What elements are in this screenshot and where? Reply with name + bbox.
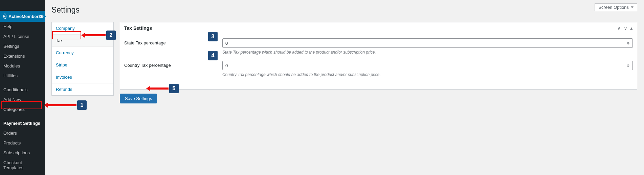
arrow-5 <box>150 88 169 90</box>
state-tax-label: State Tax percentage <box>124 38 222 45</box>
country-tax-help: Country Tax percentage which should be a… <box>222 72 633 77</box>
brand-logo-icon: ∧ <box>3 14 6 19</box>
sidebar-item-settings[interactable]: Settings <box>0 41 45 51</box>
sidebar-item-conditionals[interactable]: Conditionals <box>0 85 45 95</box>
active-marker-icon <box>44 14 46 18</box>
screen-options-button[interactable]: Screen Options <box>595 3 637 11</box>
stepper-down-icon[interactable] <box>627 66 629 67</box>
panel-header: Tax Settings ∧ ∨ ▴ <box>120 22 637 34</box>
main-content: Settings Screen Options Company Tax Curr… <box>45 0 644 107</box>
panel-controls: ∧ ∨ ▴ <box>617 25 633 31</box>
screen-options-label: Screen Options <box>598 5 629 10</box>
sidebar-spacer <box>0 0 45 11</box>
state-tax-help: State Tax percentage which should be add… <box>222 50 633 55</box>
callout-4: 4 <box>208 51 218 60</box>
number-stepper[interactable] <box>627 62 631 69</box>
callout-3: 3 <box>208 32 218 41</box>
state-tax-input[interactable] <box>222 38 633 48</box>
state-tax-field: State Tax percentage which should be add… <box>222 38 633 55</box>
sidebar-brand[interactable]: ∧ ActiveMember360 <box>0 11 45 22</box>
panel-title: Tax Settings <box>124 25 617 31</box>
tab-invoices[interactable]: Invoices <box>52 71 113 83</box>
callout-5: 5 <box>169 84 179 93</box>
sidebar-item-modules[interactable]: Modules <box>0 61 45 71</box>
stepper-up-icon[interactable] <box>627 64 629 65</box>
state-tax-row: State Tax percentage State Tax percentag… <box>124 38 633 55</box>
settings-panel: Tax Settings ∧ ∨ ▴ State Tax percentage <box>120 22 637 103</box>
arrow-1 <box>47 104 76 106</box>
sidebar-item-utilities[interactable]: Utilities <box>0 71 45 81</box>
stepper-down-icon[interactable] <box>627 43 629 45</box>
tab-currency[interactable]: Currency <box>52 47 113 59</box>
country-tax-row: Country Tax percentage Country Tax perce… <box>124 61 633 77</box>
sidebar-item-extensions[interactable]: Extensions <box>0 51 45 61</box>
stepper-up-icon[interactable] <box>627 42 629 43</box>
page-title: Settings <box>51 3 80 17</box>
brand-label: ActiveMember360 <box>8 14 46 19</box>
tab-stripe[interactable]: Stripe <box>52 59 113 71</box>
country-tax-label: Country Tax percentage <box>124 61 222 68</box>
tax-settings-box: Tax Settings ∧ ∨ ▴ State Tax percentage <box>120 22 637 90</box>
chevron-down-icon <box>631 6 634 8</box>
sidebar-item-help[interactable]: Help <box>0 22 45 32</box>
sidebar-separator <box>0 81 45 85</box>
sidebar-item-api-license[interactable]: API / License <box>0 32 45 41</box>
arrow-2 <box>85 34 106 36</box>
country-tax-field: Country Tax percentage which should be a… <box>222 61 633 77</box>
chevron-down-icon[interactable]: ∨ <box>624 25 627 31</box>
number-stepper[interactable] <box>627 40 631 46</box>
collapse-icon[interactable]: ▴ <box>630 25 633 31</box>
page-header: Settings Screen Options <box>51 3 637 17</box>
callout-1: 1 <box>77 100 87 107</box>
content-row: Company Tax Currency Stripe Invoices Ref… <box>51 22 637 103</box>
callout-2: 2 <box>106 31 116 40</box>
panel-body: State Tax percentage State Tax percentag… <box>120 34 637 89</box>
sidebar-item-categories[interactable]: Categories <box>0 104 45 107</box>
admin-sidebar: ∧ ActiveMember360 Help API / License Set… <box>0 0 45 107</box>
chevron-up-icon[interactable]: ∧ <box>617 25 621 31</box>
tab-refunds[interactable]: Refunds <box>52 83 113 95</box>
country-tax-input[interactable] <box>222 61 633 70</box>
sidebar-item-add-new[interactable]: Add New <box>0 95 45 104</box>
save-settings-button[interactable]: Save Settings <box>120 94 157 103</box>
